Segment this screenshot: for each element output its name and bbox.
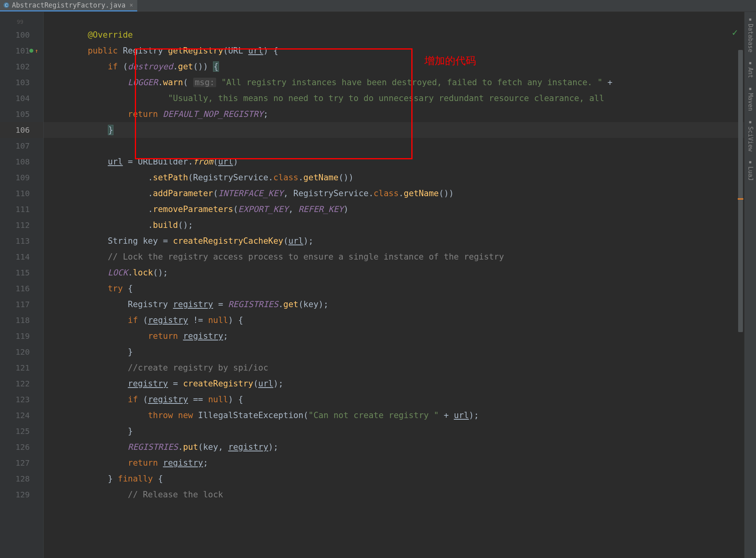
override-marker-icon[interactable] [29, 49, 33, 53]
code-line-125: } [44, 423, 744, 439]
warning-stripe[interactable] [738, 198, 743, 200]
code-line-117: Registry registry = REGISTRIES.get(key); [44, 296, 744, 312]
gutter-line: 112 [0, 217, 43, 233]
tool-sciview[interactable]: ▪SciView [747, 118, 754, 151]
code-line-100: @Override [44, 27, 744, 43]
gutter-line: 121 [0, 360, 43, 376]
close-icon[interactable]: × [130, 2, 133, 9]
gutter-line: 119 [0, 328, 43, 344]
tool-maven[interactable]: ▪Maven [747, 85, 754, 111]
gutter-line: 124 [0, 407, 43, 423]
tool-label: LuaJ [747, 166, 754, 181]
code-line-107 [44, 138, 744, 154]
gutter-line: 127 [0, 455, 43, 471]
svg-text:C: C [5, 3, 8, 8]
code-line-126: REGISTRIES.put(key, registry); [44, 439, 744, 455]
gutter-line: 128 [0, 471, 43, 487]
code-line-116: try { [44, 281, 744, 296]
java-class-icon: C [3, 2, 10, 8]
ant-icon: ▪ [748, 59, 752, 66]
code-line-127: return registry; [44, 455, 744, 471]
gutter-line: 99 [0, 17, 43, 27]
tool-database[interactable]: ▪Database [747, 16, 754, 52]
gutter-line: 102 [0, 59, 43, 75]
gutter-line: 107 [0, 138, 43, 154]
gutter-line: 129 [0, 487, 43, 503]
gutter-line: 126 [0, 439, 43, 455]
maven-icon: ▪ [748, 85, 752, 92]
gutter-line: 123 [0, 392, 43, 407]
code-line-121: //create registry by spi/ioc [44, 360, 744, 376]
gutter-line: 115 [0, 265, 43, 281]
code-line-122: registry = createRegistry(url); [44, 376, 744, 392]
code-line-123: if (registry == null) { [44, 392, 744, 407]
code-line-106: } [44, 122, 744, 138]
code-line-120: } [44, 344, 744, 360]
code-line-114: // Lock the registry access process to e… [44, 249, 744, 265]
luaj-icon: ▪ [748, 159, 752, 165]
gutter-line: 103 [0, 75, 43, 90]
tool-luaj[interactable]: ▪LuaJ [747, 159, 754, 181]
parameter-hint: msg: [193, 78, 217, 87]
editor-tabbar: C AbstractRegistryFactory.java × [0, 0, 756, 12]
gutter-line: 120 [0, 344, 43, 360]
gutter-line: 110 [0, 185, 43, 201]
code-line-105: return DEFAULT_NOP_REGISTRY; [44, 106, 744, 122]
code-line-109: .setPath(RegistryService.class.getName()… [44, 170, 744, 185]
code-line-118: if (registry != null) { [44, 312, 744, 328]
code-line-110: .addParameter(INTERFACE_KEY, RegistrySer… [44, 185, 744, 201]
code-line-129: // Release the lock [44, 487, 744, 503]
editor-scrollbar[interactable] [738, 24, 743, 558]
gutter-line: 113 [0, 233, 43, 249]
code-line-101: public Registry getRegistry(URL url) { [44, 43, 744, 59]
gutter-line: 108 [0, 154, 43, 170]
sciview-icon: ▪ [748, 118, 752, 125]
code-line-108: url = URLBuilder.from(url) [44, 154, 744, 170]
gutter-line: 114 [0, 249, 43, 265]
line-number-gutter[interactable]: 99 100101↑102103104105106107108109110111… [0, 12, 44, 558]
gutter-line: 116 [0, 281, 43, 296]
code-line-115: LOCK.lock(); [44, 265, 744, 281]
gutter-line: 104 [0, 90, 43, 106]
inspection-ok-icon[interactable]: ✓ [732, 27, 738, 38]
code-line-124: throw new IllegalStateException("Can not… [44, 407, 744, 423]
gutter-line: 111 [0, 201, 43, 217]
tool-ant[interactable]: ▪Ant [747, 59, 754, 78]
code-editor[interactable]: @Override public Registry getRegistry(UR… [44, 12, 744, 558]
tool-label: Ant [747, 67, 754, 78]
gutter-line: 109 [0, 170, 43, 185]
arrow-up-icon: ↑ [35, 48, 38, 54]
database-icon: ▪ [748, 16, 752, 22]
code-line [44, 17, 744, 27]
code-line-111: .removeParameters(EXPORT_KEY, REFER_KEY) [44, 201, 744, 217]
right-tool-strip: ▪Database▪Ant▪Maven▪SciView▪LuaJ [744, 12, 756, 558]
code-line-104: "Usually, this means no need to try to d… [44, 90, 744, 106]
tool-label: SciView [747, 126, 754, 151]
gutter-line: 125 [0, 423, 43, 439]
file-tab[interactable]: C AbstractRegistryFactory.java × [0, 0, 137, 11]
code-line-128: } finally { [44, 471, 744, 487]
tool-label: Database [747, 24, 754, 52]
gutter-line: 101↑ [0, 43, 43, 59]
gutter-line: 106 [0, 122, 43, 138]
gutter-line: 105 [0, 106, 43, 122]
tool-label: Maven [747, 93, 754, 111]
scrollbar-thumb[interactable] [738, 50, 743, 332]
code-line-103: LOGGER.warn( msg: "All registry instance… [44, 75, 744, 90]
gutter-line: 100 [0, 27, 43, 43]
tab-filename: AbstractRegistryFactory.java [12, 1, 126, 9]
gutter-line: 117 [0, 296, 43, 312]
code-line-102: if (destroyed.get()) { [44, 59, 744, 75]
gutter-line: 122 [0, 376, 43, 392]
code-line-112: .build(); [44, 217, 744, 233]
code-line-119: return registry; [44, 328, 744, 344]
code-line-113: String key = createRegistryCacheKey(url)… [44, 233, 744, 249]
gutter-line: 118 [0, 312, 43, 328]
